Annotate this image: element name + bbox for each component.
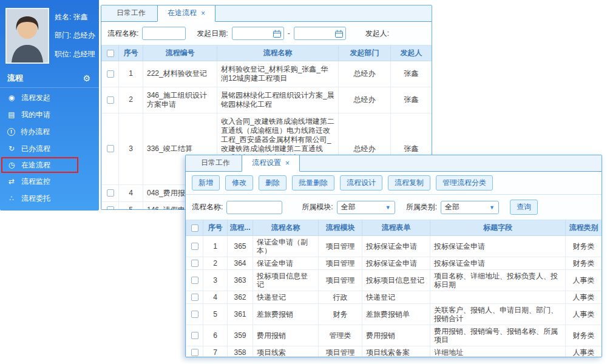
module-select-value: 全部: [341, 202, 356, 212]
col-header-dept[interactable]: 发起部门: [339, 46, 391, 61]
col-header-process-name[interactable]: 流程名称: [253, 220, 319, 235]
process-name-input[interactable]: [226, 201, 282, 214]
process-design-button[interactable]: 流程设计: [340, 175, 382, 190]
delete-button[interactable]: 删除: [259, 175, 287, 190]
table-row[interactable]: 7 358 项目线索 项目管理 项目线索备案 详细地址 人事类: [186, 346, 602, 357]
table-row[interactable]: 6 359 费用报销 管理类 费用报销 费用报销、报销编号、报销名称、所属项目 …: [186, 325, 602, 346]
sidebar-item-pending-processes[interactable]: ! 待办流程: [0, 123, 99, 140]
cell-form: 差旅费报销单: [362, 303, 430, 325]
batch-delete-button[interactable]: 批量删除: [292, 175, 334, 190]
cell-title-fields: 项目名称、详细地址、投标负责人、投标日期: [430, 269, 566, 291]
process-copy-button[interactable]: 流程复制: [388, 175, 430, 190]
tab-bar: 日常工作 在途流程 ×: [101, 5, 432, 22]
filter-bar: 流程名称: 所属模块: 全部 ▼ 所属类别: 全部 ▼ 查询: [186, 195, 602, 220]
cell-process-name: 投标项目信息登记: [253, 269, 319, 291]
row-checkbox[interactable]: [191, 294, 198, 301]
tab-daily-work[interactable]: 日常工作: [106, 5, 156, 21]
row-checkbox[interactable]: [191, 277, 198, 284]
row-checkbox[interactable]: [191, 349, 198, 356]
cell-module: 项目管理: [319, 269, 362, 291]
close-icon[interactable]: ×: [201, 10, 205, 16]
tab-process-settings[interactable]: 流程设置 ×: [242, 155, 300, 172]
table-row[interactable]: 1 365 保证金申请（副本） 项目管理 投标保证金申请 投标保证金申请 财务类: [186, 235, 602, 257]
row-checkbox[interactable]: [191, 311, 198, 318]
cell-title-fields: 费用报销、报销编号、报销名称、所属项目: [430, 325, 566, 346]
avatar-photo: [7, 9, 48, 62]
cell-process-name: 保证金申请（副本）: [253, 235, 319, 257]
cell-process-code: 346_施工组织设计方案申请: [143, 87, 217, 113]
sidebar-item-process-delegate[interactable]: ∴ 流程委托: [0, 190, 99, 207]
sidebar-item-completed-processes[interactable]: ↻ 已办流程: [0, 140, 99, 157]
table-row[interactable]: 2 346_施工组织设计方案申请 晨铭园林绿化工程组织设计方案_晨铭园林绿化工程…: [102, 87, 432, 113]
date-from-input[interactable]: [232, 27, 284, 40]
row-checkbox[interactable]: [107, 189, 114, 197]
row-checkbox[interactable]: [107, 70, 114, 78]
col-header-no[interactable]: 序号: [119, 46, 143, 61]
cell-process-name: 晨铭园林绿化工程组织设计方案_晨铭园林绿化工程: [217, 87, 339, 113]
cell-no: 3: [203, 269, 228, 291]
row-checkbox[interactable]: [107, 96, 114, 104]
row-checkbox[interactable]: [191, 243, 198, 250]
module-select[interactable]: 全部 ▼: [337, 201, 395, 214]
cell-process-name: 项目线索: [253, 346, 319, 357]
table-row[interactable]: 3 363 投标项目信息登记 项目管理 投标项目信息登记 项目名称、详细地址、投…: [186, 269, 602, 291]
table-header-row: 序号 流程编号 流程名称 发起部门 发起人: [102, 46, 432, 61]
table-row[interactable]: 4 362 快递登记 行政 快递登记 人事类: [186, 291, 602, 303]
cell-form: 投标项目信息登记: [362, 269, 430, 291]
sidebar: 姓名: 张鑫 部门: 总经办 职位: 总经理 流程 ⚙ ◉ 流程发起 ▤ 我的申…: [0, 0, 99, 211]
manage-categories-button[interactable]: 管理流程分类: [436, 175, 493, 190]
select-all-checkbox[interactable]: [107, 50, 114, 57]
cell-form: 投标保证金申请: [362, 235, 430, 257]
checkbox-cell: [102, 61, 119, 87]
col-header-form[interactable]: 流程表单: [362, 220, 430, 235]
checkbox-cell: [186, 257, 203, 269]
row-checkbox[interactable]: [191, 332, 198, 339]
add-button[interactable]: 新增: [192, 175, 220, 190]
tab-bar: 日常工作 流程设置 ×: [186, 155, 602, 172]
sidebar-item-process-monitor[interactable]: ⇄ 流程监控: [0, 173, 99, 190]
cell-title-fields: 投标保证金申请: [430, 257, 566, 269]
row-checkbox[interactable]: [107, 206, 114, 210]
cell-process-name: 快递登记: [253, 291, 319, 303]
col-header-process-name[interactable]: 流程名称: [217, 46, 339, 61]
search-button[interactable]: 查询: [510, 200, 538, 215]
table-row[interactable]: 5 361 差旅费报销 财务 差旅费报销单 关联客户、报销人、申请日期、部门、报…: [186, 303, 602, 325]
cell-process-code: 222_材料验收登记: [143, 61, 217, 87]
cell-process-name: 费用报销: [253, 325, 319, 346]
table-row[interactable]: 1 222_材料验收登记 材料验收登记_材料采购_张鑫_华润12城房建工程项目 …: [102, 61, 432, 87]
col-header-category[interactable]: 流程类别: [566, 220, 602, 235]
gear-icon[interactable]: ⚙: [83, 73, 90, 83]
category-select[interactable]: 全部 ▼: [441, 201, 499, 214]
cell-module: 项目管理: [319, 235, 362, 257]
sidebar-item-delegated-processes[interactable]: ∴ 被委托流程: [0, 207, 99, 224]
in-transit-icon: ◷: [7, 161, 16, 169]
col-header-process-code[interactable]: 流程编号: [143, 46, 217, 61]
checkbox-cell: [186, 325, 203, 346]
col-header-initiator[interactable]: 发起人: [391, 46, 432, 61]
process-name-input[interactable]: [142, 27, 186, 40]
tab-in-transit[interactable]: 在途流程 ×: [157, 5, 215, 22]
category-select-value: 全部: [445, 202, 459, 212]
date-to-input[interactable]: [294, 27, 346, 40]
col-header-title-fields[interactable]: 标题字段: [430, 220, 566, 235]
menu-label: 流程监控: [21, 177, 50, 187]
menu-label: 流程发起: [21, 93, 50, 103]
tab-daily-work[interactable]: 日常工作: [191, 155, 240, 171]
sidebar-item-process-initiate[interactable]: ◉ 流程发起: [0, 89, 99, 106]
col-header-process-id[interactable]: 流程...: [228, 220, 253, 235]
col-header-module[interactable]: 流程模块: [319, 220, 362, 235]
cell-process-id: 365: [228, 235, 253, 257]
cell-no: 4: [203, 291, 228, 303]
select-all-checkbox[interactable]: [191, 224, 198, 232]
col-header-no[interactable]: 序号: [203, 220, 228, 235]
cell-no: 6: [203, 325, 228, 346]
sidebar-item-my-applications[interactable]: ▤ 我的申请: [0, 106, 99, 123]
close-icon[interactable]: ×: [285, 160, 290, 166]
row-checkbox[interactable]: [107, 145, 114, 152]
table-row[interactable]: 2 364 保证金申请 项目管理 投标保证金申请 投标保证金申请 财务类: [186, 257, 602, 269]
edit-button[interactable]: 修改: [225, 175, 253, 190]
cell-category: 财务类: [566, 257, 602, 269]
sidebar-item-in-transit-processes[interactable]: ◷ 在途流程: [1, 157, 78, 173]
row-checkbox[interactable]: [191, 260, 198, 267]
cell-process-id: 358: [228, 346, 253, 357]
